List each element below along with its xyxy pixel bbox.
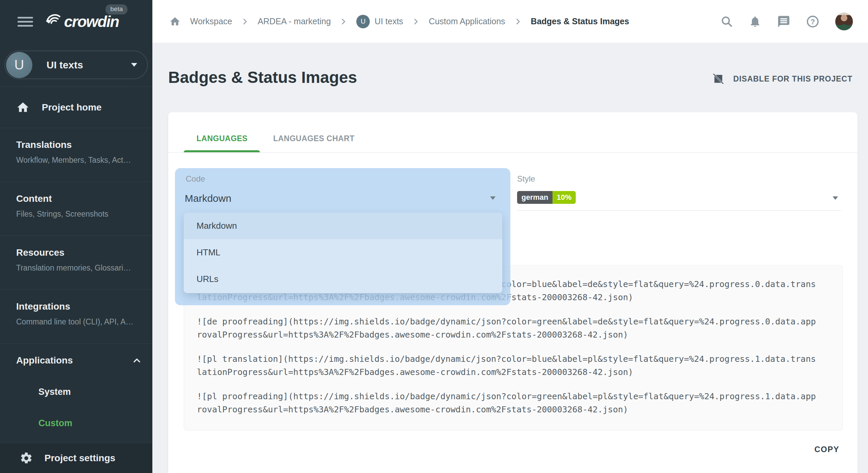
- settings-label: Project settings: [44, 453, 115, 464]
- breadcrumb-home[interactable]: [169, 16, 181, 27]
- code-select-dropdown: Markdown HTML URLs: [184, 213, 502, 293]
- page-title: Badges & Status Images: [168, 68, 357, 87]
- divider: [168, 152, 858, 153]
- topbar: Workspace ARDEA - marketing U UI texts C…: [152, 0, 868, 43]
- section-subtitle: Translation memories, Glossari…: [16, 263, 140, 273]
- page-content: Badges & Status Images DISABLE FOR THIS …: [152, 43, 868, 473]
- app-root: crowdin beta U UI texts Project home Tra…: [0, 0, 868, 473]
- sidebar-item-project-home[interactable]: Project home: [0, 87, 152, 128]
- badges-card: LANGUAGES LANGUAGES CHART Code Markdown …: [168, 112, 858, 473]
- tab-languages-chart[interactable]: LANGUAGES CHART: [260, 127, 367, 150]
- sidebar-item-applications: Applications System Custom: [0, 344, 152, 443]
- hamburger-menu-icon[interactable]: [18, 14, 33, 29]
- home-icon: [169, 16, 181, 27]
- dropdown-option-markdown[interactable]: Markdown: [184, 213, 502, 239]
- section-subtitle: Files, Strings, Screenshots: [16, 210, 140, 219]
- help-icon[interactable]: ?: [806, 15, 819, 28]
- style-badge-preview[interactable]: german 10%: [517, 191, 576, 204]
- logo-wordmark: crowdin: [64, 12, 119, 31]
- dropdown-option-urls[interactable]: URLs: [184, 266, 502, 292]
- badge-language-label: german: [517, 191, 552, 204]
- gear-icon: [20, 451, 33, 465]
- tabs: LANGUAGES LANGUAGES CHART: [184, 127, 367, 150]
- logo-row: crowdin beta: [0, 0, 152, 43]
- chevron-down-icon: [490, 196, 496, 200]
- chevron-up-icon[interactable]: [131, 355, 142, 366]
- project-switcher[interactable]: U UI texts: [4, 51, 148, 79]
- chevron-right-icon: [339, 17, 348, 26]
- badge-percent-value: 10%: [552, 191, 575, 204]
- crowdin-logo[interactable]: crowdin beta: [44, 12, 119, 31]
- sidebar-item-integrations[interactable]: Integrations Command line tool (CLI), AP…: [0, 290, 152, 344]
- topbar-icons: ?: [720, 12, 853, 31]
- code-line: rovalProgress&url=https%3A%2F%2Fbadges.a…: [197, 328, 830, 341]
- sidebar-item-project-settings[interactable]: Project settings: [0, 443, 152, 473]
- image-off-icon: [712, 73, 724, 85]
- code-line: ![de proofreading](https://img.shields.i…: [197, 315, 830, 328]
- notifications-bell-icon[interactable]: [749, 15, 761, 28]
- section-title: Resources: [16, 247, 140, 258]
- style-select-underline: [517, 210, 841, 211]
- snippet-de-proofreading: ![de proofreading](https://img.shields.i…: [197, 315, 830, 341]
- breadcrumb-project-label: UI texts: [375, 17, 403, 26]
- chevron-down-icon: [833, 196, 838, 200]
- section-subtitle: Workflow, Members, Tasks, Act…: [16, 156, 140, 165]
- section-title: Content: [16, 193, 140, 204]
- project-avatar: U: [356, 15, 370, 28]
- project-avatar: U: [6, 52, 32, 78]
- copy-button[interactable]: COPY: [814, 445, 839, 454]
- code-line: lationProgress&url=https%3A%2F%2Fbadges.…: [197, 366, 830, 379]
- sidebar-item-content[interactable]: Content Files, Strings, Screenshots: [0, 182, 152, 236]
- chevron-right-icon: [240, 17, 250, 26]
- breadcrumb: Workspace ARDEA - marketing U UI texts C…: [169, 15, 720, 28]
- section-title: Translations: [16, 139, 140, 150]
- section-subtitle: Command line tool (CLI), API, A…: [16, 317, 140, 326]
- chevron-right-icon: [513, 17, 523, 26]
- breadcrumb-current: Badges & Status Images: [531, 17, 629, 26]
- sidebar-item-custom[interactable]: Custom: [38, 418, 140, 429]
- project-name: UI texts: [47, 59, 131, 71]
- sidebar-item-system[interactable]: System: [38, 387, 140, 397]
- user-avatar[interactable]: [835, 12, 853, 31]
- breadcrumb-org[interactable]: ARDEA - marketing: [258, 17, 331, 26]
- chevron-right-icon: [411, 17, 421, 26]
- code-line: ![pl translation](https://img.shields.io…: [197, 352, 830, 366]
- section-title: Integrations: [16, 301, 140, 312]
- home-icon: [16, 101, 30, 114]
- disable-button-label: DISABLE FOR THIS PROJECT: [733, 74, 852, 84]
- style-select-label: Style: [517, 174, 535, 184]
- sidebar-item-translations[interactable]: Translations Workflow, Members, Tasks, A…: [0, 128, 152, 182]
- code-line: rovalProgress&url=https%3A%2F%2Fbadges.a…: [197, 403, 830, 416]
- breadcrumb-section[interactable]: Custom Applications: [429, 17, 505, 26]
- applications-title[interactable]: Applications: [16, 355, 140, 366]
- code-select-label: Code: [186, 174, 205, 184]
- sidebar-item-resources[interactable]: Resources Translation memories, Glossari…: [0, 236, 152, 290]
- code-select-value[interactable]: Markdown: [185, 193, 231, 204]
- sidebar: crowdin beta U UI texts Project home Tra…: [0, 0, 152, 473]
- code-line: ![pl proofreading](https://img.shields.i…: [197, 390, 830, 403]
- beta-badge: beta: [106, 4, 127, 14]
- search-icon[interactable]: [720, 15, 733, 28]
- chevron-down-icon: [131, 63, 137, 67]
- svg-text:?: ?: [810, 17, 815, 26]
- tab-languages[interactable]: LANGUAGES: [184, 127, 260, 150]
- snippet-pl-translation: ![pl translation](https://img.shields.io…: [197, 352, 830, 379]
- messages-chat-icon[interactable]: [777, 15, 790, 28]
- breadcrumb-workspace[interactable]: Workspace: [190, 17, 232, 26]
- dropdown-option-html[interactable]: HTML: [184, 239, 502, 266]
- breadcrumb-project[interactable]: U UI texts: [356, 15, 403, 28]
- sidebar-item-label: Project home: [42, 102, 101, 113]
- disable-for-project-button[interactable]: DISABLE FOR THIS PROJECT: [712, 73, 852, 85]
- crowdin-swoosh-icon: [44, 13, 61, 30]
- snippet-pl-proofreading: ![pl proofreading](https://img.shields.i…: [197, 390, 830, 416]
- main-area: Workspace ARDEA - marketing U UI texts C…: [152, 0, 868, 473]
